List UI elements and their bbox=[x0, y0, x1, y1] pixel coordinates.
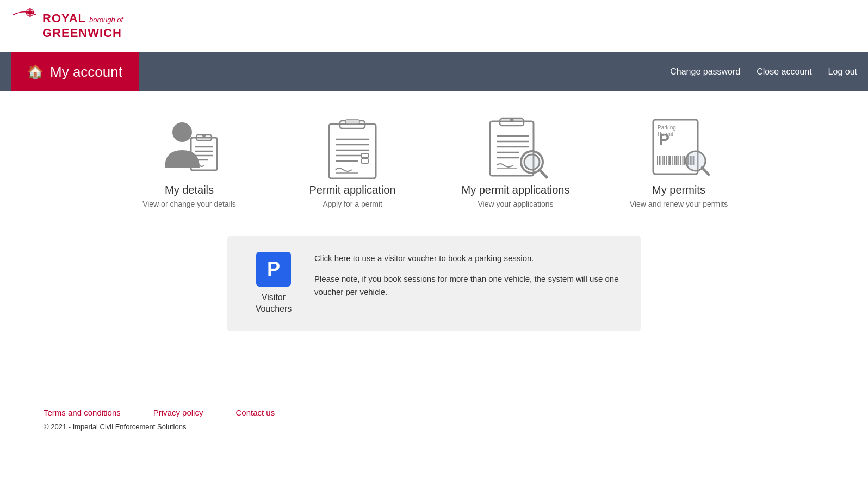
my-permits-subtitle: View and renew your permits bbox=[630, 200, 728, 208]
svg-point-4 bbox=[26, 11, 29, 14]
svg-rect-23 bbox=[362, 159, 368, 163]
svg-rect-14 bbox=[329, 124, 376, 178]
svg-point-9 bbox=[202, 134, 206, 137]
my-details-title: My details bbox=[165, 184, 214, 196]
svg-point-6 bbox=[172, 122, 192, 142]
voucher-text-1: Click here to use a visitor voucher to b… bbox=[314, 252, 619, 265]
my-permit-applications-card[interactable]: My permit applications View your applica… bbox=[456, 113, 575, 208]
svg-rect-17 bbox=[345, 120, 359, 124]
my-details-card[interactable]: My details View or change your details bbox=[129, 113, 249, 208]
svg-text:Parking: Parking bbox=[658, 125, 676, 131]
terms-link[interactable]: Terms and conditions bbox=[44, 408, 121, 417]
logout-link[interactable]: Log out bbox=[828, 67, 857, 77]
permit-application-subtitle: Apply for a permit bbox=[323, 200, 382, 208]
close-account-link[interactable]: Close account bbox=[757, 67, 811, 77]
nav-left[interactable]: 🏠 My account bbox=[11, 52, 139, 91]
my-permits-title: My permits bbox=[652, 184, 705, 196]
my-details-icon bbox=[154, 113, 225, 184]
nav-bar: 🏠 My account Change password Close accou… bbox=[0, 52, 868, 91]
privacy-link[interactable]: Privacy policy bbox=[153, 408, 203, 417]
my-permits-icon: P Parking Permit bbox=[643, 113, 714, 184]
svg-text:Permit: Permit bbox=[658, 131, 673, 137]
my-permit-applications-title: My permit applications bbox=[462, 184, 570, 196]
my-permit-applications-subtitle: View your applications bbox=[478, 200, 553, 208]
main-content: My details View or change your details bbox=[0, 91, 868, 353]
contact-link[interactable]: Contact us bbox=[235, 408, 275, 417]
footer-copyright: © 2021 - Imperial Civil Enforcement Solu… bbox=[44, 423, 824, 431]
permit-application-title: Permit application bbox=[309, 184, 396, 196]
top-header: ROYAL borough of GREENWICH bbox=[0, 0, 868, 52]
page-title: My account bbox=[50, 64, 122, 81]
logo-text: ROYAL borough of GREENWICH bbox=[42, 11, 123, 40]
footer-links: Terms and conditions Privacy policy Cont… bbox=[44, 408, 824, 417]
svg-point-28 bbox=[510, 119, 514, 122]
svg-point-3 bbox=[29, 13, 32, 17]
voucher-text-2: Please note, if you book sessions for mo… bbox=[314, 273, 619, 299]
svg-point-2 bbox=[29, 8, 32, 11]
permit-application-icon bbox=[317, 113, 388, 184]
greenwich-emblem-icon bbox=[11, 7, 38, 45]
visitor-voucher-section[interactable]: P Visitor Vouchers Click here to use a v… bbox=[227, 236, 641, 331]
logo-greenwich: GREENWICH bbox=[42, 26, 123, 40]
logo-royal: ROYAL bbox=[42, 11, 86, 26]
cards-row: My details View or change your details bbox=[44, 113, 824, 208]
svg-rect-22 bbox=[362, 153, 368, 158]
svg-line-37 bbox=[540, 170, 547, 177]
home-icon[interactable]: 🏠 bbox=[27, 64, 44, 79]
my-details-subtitle: View or change your details bbox=[142, 200, 236, 208]
voucher-left: P Visitor Vouchers bbox=[249, 252, 298, 315]
voucher-label: Visitor Vouchers bbox=[256, 292, 292, 315]
nav-right: Change password Close account Log out bbox=[670, 67, 857, 77]
logo-borough: borough of bbox=[89, 16, 123, 24]
svg-point-5 bbox=[31, 11, 35, 14]
voucher-description: Click here to use a visitor voucher to b… bbox=[314, 252, 619, 299]
footer: Terms and conditions Privacy policy Cont… bbox=[0, 397, 868, 447]
logo-area[interactable]: ROYAL borough of GREENWICH bbox=[11, 7, 123, 45]
svg-line-62 bbox=[702, 168, 709, 175]
parking-p-icon: P bbox=[256, 252, 291, 287]
change-password-link[interactable]: Change password bbox=[670, 67, 740, 77]
svg-point-36 bbox=[524, 154, 540, 170]
my-permit-applications-icon bbox=[480, 113, 551, 184]
my-permits-card[interactable]: P Parking Permit bbox=[619, 113, 739, 208]
permit-application-card[interactable]: Permit application Apply for a permit bbox=[293, 113, 412, 208]
